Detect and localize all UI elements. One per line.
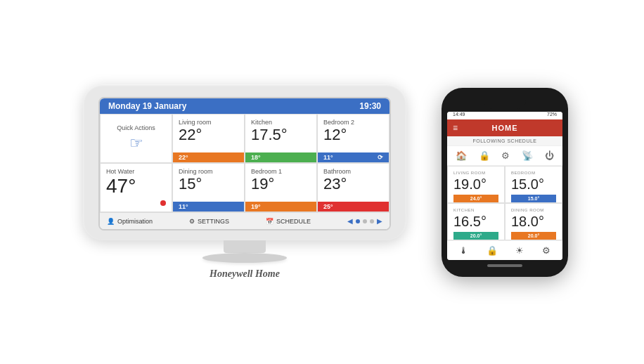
nav-devices-icon[interactable]: 📡 <box>522 150 533 161</box>
footer-gear-icon[interactable]: ⚙ <box>542 245 550 256</box>
bedroom2-cell[interactable]: Bedroom 2 12° 11° ⟳ <box>317 114 389 163</box>
kitchen-temp: 17.5° <box>251 127 311 143</box>
phone-device: 14:49 72% ≡ HOME FOLLOWING SCHEDULE 🏠 🔒 … <box>442 88 568 277</box>
dining-room-badge: 11° <box>173 202 244 212</box>
nav-home-icon[interactable]: 🏠 <box>456 150 467 161</box>
led-indicator <box>160 200 166 206</box>
kitchen-badge: 18° <box>245 152 316 162</box>
prev-arrow[interactable]: ◀ <box>347 217 353 225</box>
thermostat-body: Monday 19 January 19:30 Quick Actions ☞ … <box>83 84 406 240</box>
phone-kitchen-badge: 20.0° <box>453 232 498 240</box>
pagination-dots: ◀ ▶ <box>347 217 382 225</box>
phone-time: 14:49 <box>453 112 465 117</box>
schedule-button[interactable]: 📅 SCHEDULE <box>266 218 311 225</box>
phone-kitchen-temp: 16.5° <box>453 214 498 229</box>
thermostat-base <box>202 253 287 263</box>
screen-footer: 👤 Optimisation ⚙ SETTINGS 📅 SCHEDULE ◀ <box>100 212 389 229</box>
bathroom-badge: 25° <box>318 202 389 212</box>
phone-nav-bar: 🏠 🔒 ⚙ 📡 ⏻ <box>447 146 562 166</box>
living-room-temp: 22° <box>179 127 238 143</box>
phone-screen: 14:49 72% ≡ HOME FOLLOWING SCHEDULE 🏠 🔒 … <box>447 112 562 260</box>
bathroom-temp: 23° <box>323 176 383 192</box>
bedroom1-cell[interactable]: Bedroom 1 19° 19° <box>245 163 317 212</box>
phone-living-room-temp: 19.0° <box>453 176 498 192</box>
phone-schedule-bar: FOLLOWING SCHEDULE <box>447 136 562 146</box>
kitchen-cell[interactable]: Kitchen 17.5° 18° <box>245 114 317 163</box>
brand-label: Honeywell Home <box>210 268 280 280</box>
bedroom1-name: Bedroom 1 <box>251 168 311 175</box>
bedroom2-temp: 12° <box>323 127 383 143</box>
phone-dining-room-temp: 18.0° <box>511 214 556 229</box>
phone-rooms-grid: LIVING ROOM 19.0° 24.0° BEDROOM 15.0° 15… <box>447 166 562 240</box>
phone-footer-bar: 🌡 🔒 ☀ ⚙ <box>447 240 562 260</box>
dot-3 <box>370 219 374 223</box>
phone-notch <box>484 98 526 109</box>
living-room-badge: 22° <box>173 152 244 162</box>
phone-dining-room-badge: 20.0° <box>511 232 556 240</box>
optimisation-icon: 👤 <box>107 218 115 225</box>
dot-1 <box>356 219 360 223</box>
screen-date: Monday 19 January <box>108 101 186 111</box>
menu-icon[interactable]: ≡ <box>453 123 458 133</box>
optimisation-label: Optimisation <box>117 218 153 225</box>
dining-room-cell[interactable]: Dining room 15° 11° <box>172 163 245 212</box>
bedroom2-name: Bedroom 2 <box>323 119 383 126</box>
phone-kitchen[interactable]: KITCHEN 16.5° 20.0° <box>447 203 505 240</box>
settings-button[interactable]: ⚙ SETTINGS <box>189 218 229 225</box>
footer-sun-icon[interactable]: ☀ <box>515 245 524 256</box>
phone-bedroom-name: BEDROOM <box>511 171 556 175</box>
scene: Monday 19 January 19:30 Quick Actions ☞ … <box>0 0 644 364</box>
phone-dining-room[interactable]: DINING ROOM 18.0° 20.0° <box>505 203 562 240</box>
living-room-cell[interactable]: Living room 22° 22° <box>172 114 245 163</box>
phone-bedroom-badge: 15.0° <box>511 195 556 202</box>
quick-actions-label: Quick Actions <box>117 124 155 131</box>
footer-lock-icon[interactable]: 🔒 <box>487 245 498 256</box>
settings-icon: ⚙ <box>189 218 195 225</box>
nav-lock-icon[interactable]: 🔒 <box>479 150 490 161</box>
quick-actions-cell[interactable]: Quick Actions ☞ <box>100 114 172 163</box>
footer-temp-icon[interactable]: 🌡 <box>459 245 468 256</box>
screen-grid: Quick Actions ☞ Living room 22° 22° Kitc… <box>100 114 389 212</box>
phone-living-room-name: LIVING ROOM <box>453 171 498 175</box>
living-room-name: Living room <box>179 119 238 126</box>
nav-power-icon[interactable]: ⏻ <box>545 150 554 161</box>
screen-time: 19:30 <box>359 101 381 111</box>
thermostat-stand <box>224 240 266 253</box>
dining-room-name: Dining room <box>179 168 238 175</box>
nav-settings-icon[interactable]: ⚙ <box>501 150 510 161</box>
phone-status-bar: 14:49 72% <box>447 112 562 119</box>
hot-water-cell[interactable]: Hot Water 47° <box>100 163 172 212</box>
kitchen-name: Kitchen <box>251 119 311 126</box>
next-arrow[interactable]: ▶ <box>377 217 382 225</box>
bathroom-name: Bathroom <box>323 168 383 175</box>
bathroom-cell[interactable]: Bathroom 23° 25° <box>317 163 389 212</box>
hot-water-temp: 47° <box>106 176 166 196</box>
hot-water-name: Hot Water <box>106 168 166 175</box>
phone-app-title: HOME <box>492 124 518 132</box>
bedroom1-temp: 19° <box>251 176 311 192</box>
thermostat-screen: Monday 19 January 19:30 Quick Actions ☞ … <box>98 97 391 230</box>
thermostat-device: Monday 19 January 19:30 Quick Actions ☞ … <box>76 84 413 280</box>
phone-dining-room-name: DINING ROOM <box>511 208 556 212</box>
dining-room-temp: 15° <box>179 176 238 192</box>
settings-label: SETTINGS <box>198 218 229 225</box>
bedroom1-badge: 19° <box>245 202 316 212</box>
phone-home-indicator <box>487 264 522 267</box>
quick-actions-icon: ☞ <box>129 134 143 152</box>
phone-battery: 72% <box>547 112 557 117</box>
phone-living-room[interactable]: LIVING ROOM 19.0° 24.0° <box>447 166 505 203</box>
schedule-label: SCHEDULE <box>276 218 311 225</box>
phone-living-room-badge: 24.0° <box>453 195 498 202</box>
dot-2 <box>363 219 367 223</box>
optimisation-button[interactable]: 👤 Optimisation <box>107 218 153 225</box>
screen-header: Monday 19 January 19:30 <box>100 98 389 114</box>
phone-kitchen-name: KITCHEN <box>453 208 498 212</box>
schedule-icon: 📅 <box>266 218 273 225</box>
phone-bedroom[interactable]: BEDROOM 15.0° 15.0° <box>505 166 562 203</box>
phone-bedroom-temp: 15.0° <box>511 176 556 192</box>
bedroom2-badge: 11° ⟳ <box>318 152 389 162</box>
phone-app-header: ≡ HOME <box>447 119 562 136</box>
